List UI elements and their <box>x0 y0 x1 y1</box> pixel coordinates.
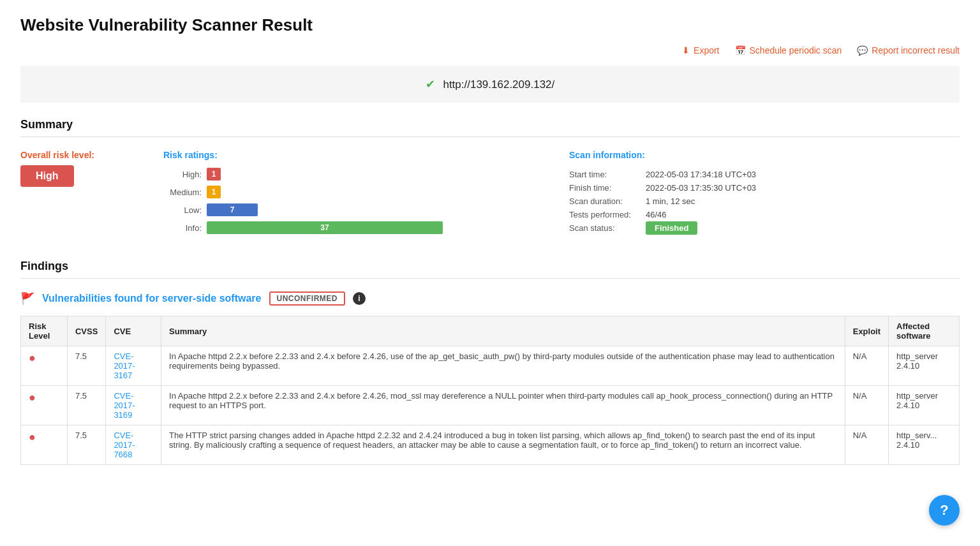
affected-software: http_server 2.4.10 <box>889 386 960 425</box>
col-cvss: CVSS <box>67 316 105 346</box>
risk-dot: ● <box>21 386 68 425</box>
export-icon: ⬇ <box>682 45 690 55</box>
col-cve: CVE <box>106 316 161 346</box>
risk-ratings-panel: Risk ratings: High: 1 Medium: 1 Low: 7 <box>163 150 554 239</box>
scan-info-panel: Scan information: Start time: 2022-05-03… <box>569 150 960 239</box>
exploit-value: N/A <box>845 386 888 425</box>
start-time-value: 2022-05-03 17:34:18 UTC+03 <box>646 168 764 181</box>
page-title: Website Vulnerability Scanner Result <box>20 15 960 35</box>
affected-software: http_serv... 2.4.10 <box>889 425 960 465</box>
flag-icon: 🚩 <box>20 291 34 306</box>
exploit-value: N/A <box>845 425 888 465</box>
comment-icon: 💬 <box>857 45 868 55</box>
findings-section: Findings 🚩 Vulnerabilities found for ser… <box>20 260 960 465</box>
cvss-value: 7.5 <box>67 386 105 425</box>
table-row: ● 7.5 CVE-2017-3167 In Apache httpd 2.2.… <box>21 346 960 386</box>
risk-badge: High <box>20 165 74 187</box>
schedule-button[interactable]: 📅 Schedule periodic scan <box>735 45 842 55</box>
findings-section-link[interactable]: Vulnerabilities found for server-side so… <box>42 293 262 304</box>
scan-info-title: Scan information: <box>569 150 960 160</box>
cvss-value: 7.5 <box>67 346 105 386</box>
scanned-url: http://139.162.209.132/ <box>443 78 554 91</box>
bar-row-low: Low: 7 <box>163 203 554 216</box>
scan-info-row: Scan status: Finished <box>569 221 764 235</box>
top-actions: ⬇ Export 📅 Schedule periodic scan 💬 Repo… <box>20 45 960 55</box>
bar-low: 7 <box>207 203 258 216</box>
overall-risk-panel: Overall risk level: High <box>20 150 148 239</box>
findings-title: Findings <box>20 260 960 273</box>
summary-grid: Overall risk level: High Risk ratings: H… <box>20 150 960 239</box>
summary-text: In Apache httpd 2.2.x before 2.2.33 and … <box>161 346 845 386</box>
summary-section: Summary Overall risk level: High Risk ra… <box>20 118 960 239</box>
scan-info-row: Tests performed: 46/46 <box>569 208 764 221</box>
risk-dot: ● <box>21 425 68 465</box>
table-row: ● 7.5 CVE-2017-7668 The HTTP strict pars… <box>21 425 960 465</box>
table-row: ● 7.5 CVE-2017-3169 In Apache httpd 2.2.… <box>21 386 960 425</box>
overall-risk-label: Overall risk level: <box>20 150 148 160</box>
url-bar: ✔ http://139.162.209.132/ <box>20 66 960 103</box>
info-icon[interactable]: i <box>353 292 366 305</box>
cve-link[interactable]: CVE-2017-3169 <box>106 386 161 425</box>
summary-text: The HTTP strict parsing changes added in… <box>161 425 845 465</box>
exploit-value: N/A <box>845 346 888 386</box>
cve-link[interactable]: CVE-2017-3167 <box>106 346 161 386</box>
col-affected: Affected software <box>889 316 960 346</box>
findings-table: Risk Level CVSS CVE Summary Exploit Affe… <box>20 316 960 465</box>
export-button[interactable]: ⬇ Export <box>682 45 719 55</box>
scan-info-row: Scan duration: 1 min, 12 sec <box>569 195 764 208</box>
check-icon: ✔ <box>426 78 435 91</box>
bar-row-info: Info: 37 <box>163 221 554 234</box>
scan-info-table: Start time: 2022-05-03 17:34:18 UTC+03 F… <box>569 168 764 235</box>
col-risk-level: Risk Level <box>21 316 68 346</box>
summary-text: In Apache httpd 2.2.x before 2.2.33 and … <box>161 386 845 425</box>
bar-row-high: High: 1 <box>163 168 554 181</box>
summary-title: Summary <box>20 118 960 131</box>
cve-link[interactable]: CVE-2017-7668 <box>106 425 161 465</box>
bar-row-medium: Medium: 1 <box>163 186 554 198</box>
finish-time-value: 2022-05-03 17:35:30 UTC+03 <box>646 181 764 195</box>
calendar-icon: 📅 <box>735 45 746 55</box>
scan-info-row: Finish time: 2022-05-03 17:35:30 UTC+03 <box>569 181 764 195</box>
bar-high: 1 <box>207 168 221 181</box>
bar-info: 37 <box>207 221 443 234</box>
affected-software: http_server 2.4.10 <box>889 346 960 386</box>
risk-ratings-title: Risk ratings: <box>163 150 554 160</box>
col-summary: Summary <box>161 316 845 346</box>
cvss-value: 7.5 <box>67 425 105 465</box>
table-header-row: Risk Level CVSS CVE Summary Exploit Affe… <box>21 316 960 346</box>
report-button[interactable]: 💬 Report incorrect result <box>857 45 960 55</box>
bar-medium: 1 <box>207 186 221 198</box>
unconfirmed-badge: UNCONFIRMED <box>269 291 346 306</box>
scan-status-badge: Finished <box>646 221 697 235</box>
tests-performed-value: 46/46 <box>646 208 764 221</box>
scan-duration-value: 1 min, 12 sec <box>646 195 764 208</box>
scan-info-row: Start time: 2022-05-03 17:34:18 UTC+03 <box>569 168 764 181</box>
findings-header: 🚩 Vulnerabilities found for server-side … <box>20 291 960 306</box>
col-exploit: Exploit <box>845 316 888 346</box>
risk-dot: ● <box>21 346 68 386</box>
